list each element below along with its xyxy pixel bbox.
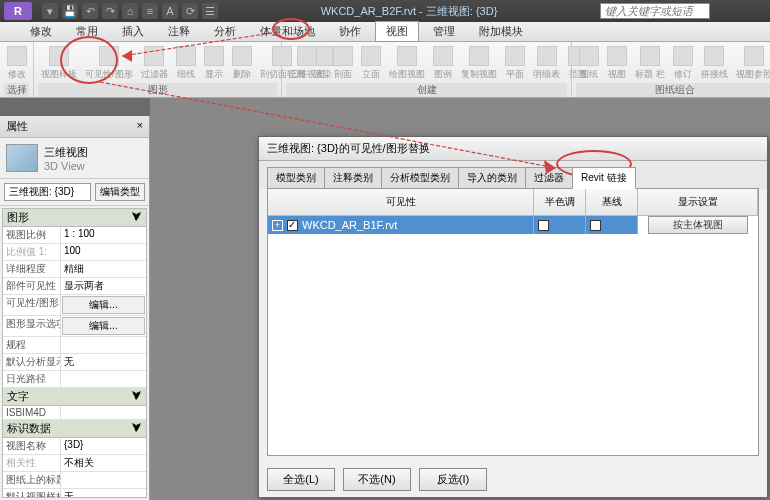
- visibility-graphics-button[interactable]: 可见性/图形: [82, 44, 136, 83]
- prop-discipline[interactable]: [61, 337, 146, 353]
- col-display-settings[interactable]: 显示设置: [638, 189, 758, 215]
- link-filename: WKCD_AR_B1F.rvt: [302, 219, 397, 231]
- matchline-button[interactable]: 拼接线: [698, 44, 731, 83]
- close-icon[interactable]: ×: [137, 119, 143, 134]
- open-icon[interactable]: ▾: [42, 3, 58, 19]
- ribbon: 修改 选择 视图样板 可见性/图形 过滤器 细线 显示 删除 剖切面轮廓 渲染 …: [0, 42, 770, 98]
- prop-ratio: 100: [61, 244, 146, 260]
- 3d-view-button[interactable]: 三维视图: [286, 44, 328, 83]
- save-icon[interactable]: 💾: [62, 3, 78, 19]
- schedule-button[interactable]: 明细表: [530, 44, 563, 83]
- dialog-title: 三维视图: {3D}的可见性/图形替换: [259, 137, 767, 161]
- prop-isbim[interactable]: [61, 406, 146, 419]
- view-ref-button[interactable]: 视图参照: [733, 44, 770, 83]
- redo-icon[interactable]: ↷: [102, 3, 118, 19]
- prop-detail[interactable]: 精细: [61, 261, 146, 277]
- select-all-button[interactable]: 全选(L): [267, 468, 335, 491]
- measure-icon[interactable]: ≡: [142, 3, 158, 19]
- drafting-button[interactable]: 绘图视图: [386, 44, 428, 83]
- elevation-button[interactable]: 立面: [358, 44, 384, 83]
- view-template-button[interactable]: 视图样板: [38, 44, 80, 83]
- select-none-button[interactable]: 不选(N): [343, 468, 411, 491]
- title-bar: R ▾ 💾 ↶ ↷ ⌂ ≡ A ⟳ ☰ WKCD_AR_B2F.rvt - 三维…: [0, 0, 770, 22]
- display-settings-button[interactable]: 按主体视图: [648, 216, 748, 234]
- tab-manage[interactable]: 管理: [423, 22, 465, 41]
- tab-filters[interactable]: 过滤器: [525, 167, 573, 189]
- tab-model-categories[interactable]: 模型类别: [267, 167, 325, 189]
- section-graphics[interactable]: 图形: [7, 210, 29, 225]
- select-invert-button[interactable]: 反选(I): [419, 468, 487, 491]
- halftone-checkbox[interactable]: [538, 220, 549, 231]
- tab-revit-links[interactable]: Revit 链接: [572, 167, 636, 189]
- view-button[interactable]: 视图: [604, 44, 630, 83]
- prop-default-template[interactable]: 无: [61, 489, 146, 498]
- title-block-button[interactable]: 标题 栏: [632, 44, 668, 83]
- tab-view[interactable]: 视图: [375, 21, 419, 42]
- modify-button[interactable]: 修改: [4, 44, 30, 83]
- section-iddata[interactable]: 标识数据: [7, 421, 51, 436]
- search-input[interactable]: [600, 3, 710, 19]
- properties-title: 属性: [6, 119, 28, 134]
- panel-sheet: 图纸组合: [576, 83, 770, 97]
- panel-create: 创建: [286, 83, 567, 97]
- expand-icon[interactable]: +: [272, 220, 283, 231]
- col-visibility[interactable]: 可见性: [268, 189, 534, 215]
- legend-button[interactable]: 图例: [430, 44, 456, 83]
- tab-imported-categories[interactable]: 导入的类别: [458, 167, 526, 189]
- visibility-graphics-dialog: 三维视图: {3D}的可见性/图形替换 模型类别 注释类别 分析模型类别 导入的…: [258, 136, 768, 498]
- prop-vg-edit[interactable]: 编辑...: [62, 296, 145, 314]
- prop-viewname[interactable]: {3D}: [61, 438, 146, 454]
- text-icon[interactable]: A: [162, 3, 178, 19]
- tab-collaborate[interactable]: 协作: [329, 22, 371, 41]
- tab-analytical-categories[interactable]: 分析模型类别: [381, 167, 459, 189]
- undo-icon[interactable]: ↶: [82, 3, 98, 19]
- revision-button[interactable]: 修订: [670, 44, 696, 83]
- ribbon-tabs: 修改 常用 插入 注释 分析 体量和场地 协作 视图 管理 附加模块: [0, 22, 770, 42]
- type-selector-dropdown[interactable]: 三维视图: {3D}: [4, 183, 91, 201]
- tab-analyze[interactable]: 分析: [204, 22, 246, 41]
- dialog-tabstrip: 模型类别 注释类别 分析模型类别 导入的类别 过滤器 Revit 链接: [259, 161, 767, 189]
- filter-button[interactable]: 过滤器: [138, 44, 171, 83]
- prop-sheet-title[interactable]: [61, 472, 146, 488]
- col-underlay[interactable]: 基线: [586, 189, 638, 215]
- tab-annotate[interactable]: 注释: [158, 22, 200, 41]
- show-button[interactable]: 显示: [201, 44, 227, 83]
- tab-home[interactable]: 常用: [66, 22, 108, 41]
- edit-type-button[interactable]: 编辑类型: [95, 183, 145, 201]
- properties-palette: 属性× 三维视图 3D View 三维视图: {3D} 编辑类型 图形⮟ 视图比…: [0, 116, 150, 500]
- app-logo[interactable]: R: [4, 2, 32, 20]
- view-type-icon: [6, 144, 38, 172]
- section-button[interactable]: 剖面: [330, 44, 356, 83]
- panel-select: 选择: [4, 83, 29, 97]
- prop-disp-edit[interactable]: 编辑...: [62, 317, 145, 335]
- window-title: WKCD_AR_B2F.rvt - 三维视图: {3D}: [218, 4, 600, 19]
- tab-addins[interactable]: 附加模块: [469, 22, 533, 41]
- panel-graphics: 图形: [38, 83, 277, 97]
- section-text[interactable]: 文字: [7, 389, 29, 404]
- print-icon[interactable]: ⌂: [122, 3, 138, 19]
- prop-analysis[interactable]: 无: [61, 354, 146, 370]
- thin-lines-button[interactable]: 细线: [173, 44, 199, 83]
- tab-insert[interactable]: 插入: [112, 22, 154, 41]
- remove-button[interactable]: 删除: [229, 44, 255, 83]
- tab-massing[interactable]: 体量和场地: [250, 22, 325, 41]
- link-row[interactable]: +WKCD_AR_B1F.rvt 按主体视图: [268, 216, 758, 234]
- duplicate-button[interactable]: 复制视图: [458, 44, 500, 83]
- plan-button[interactable]: 平面: [502, 44, 528, 83]
- prop-parts[interactable]: 显示两者: [61, 278, 146, 294]
- visibility-checkbox[interactable]: [287, 220, 298, 231]
- sheet-button[interactable]: 图纸: [576, 44, 602, 83]
- settings-icon[interactable]: ☰: [202, 3, 218, 19]
- col-halftone[interactable]: 半色调: [534, 189, 586, 215]
- view-type-name: 三维视图: [44, 145, 88, 160]
- underlay-checkbox[interactable]: [590, 220, 601, 231]
- sync-icon[interactable]: ⟳: [182, 3, 198, 19]
- quick-access-toolbar: ▾ 💾 ↶ ↷ ⌂ ≡ A ⟳ ☰: [42, 3, 218, 19]
- prop-dependency: 不相关: [61, 455, 146, 471]
- prop-scale[interactable]: 1 : 100: [61, 227, 146, 243]
- properties-grid[interactable]: 图形⮟ 视图比例1 : 100 比例值 1:100 详细程度精细 部件可见性显示…: [2, 208, 147, 498]
- tab-modify[interactable]: 修改: [20, 22, 62, 41]
- tab-annotation-categories[interactable]: 注释类别: [324, 167, 382, 189]
- view-type-sub: 3D View: [44, 160, 88, 172]
- prop-sunpath[interactable]: [61, 371, 146, 387]
